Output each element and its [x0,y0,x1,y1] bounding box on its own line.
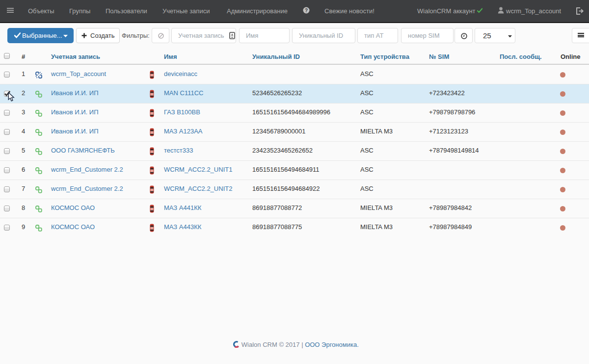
svg-text:?: ? [305,8,308,13]
